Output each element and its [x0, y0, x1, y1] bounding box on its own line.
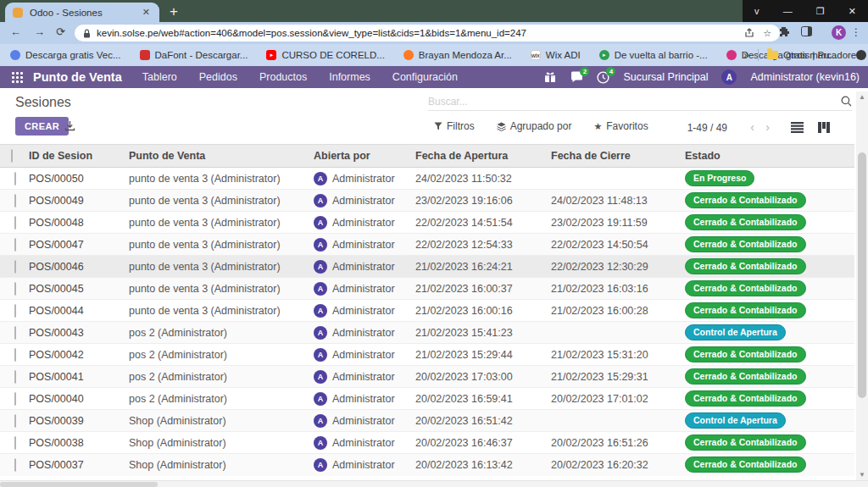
opened-by-cell: AAdministrator [310, 234, 412, 256]
browser-tab[interactable]: Odoo - Sesiones ✕ [5, 3, 159, 22]
row-checkbox[interactable] [14, 238, 16, 252]
navbar-menu-item[interactable]: Productos [259, 71, 307, 83]
other-bookmarks[interactable]: Otros marcadores [767, 50, 861, 60]
bookmarks-overflow-icon[interactable]: » [743, 49, 749, 61]
table-row[interactable]: POS/00044 punto de venta 3 (Administrato… [0, 300, 854, 322]
table-row[interactable]: POS/00047 punto de venta 3 (Administrato… [0, 234, 854, 256]
table-row[interactable]: POS/00041 pos 2 (Administrator) AAdminis… [0, 366, 854, 388]
export-icon[interactable] [64, 120, 75, 131]
row-checkbox[interactable] [14, 194, 16, 208]
company-switcher[interactable]: Sucursal Principal [623, 71, 708, 83]
minimize-icon[interactable]: — [783, 6, 793, 16]
table-row[interactable]: POS/00046 punto de venta 3 (Administrato… [0, 256, 854, 278]
row-checkbox[interactable] [14, 348, 16, 362]
close-date-cell: 21/02/2023 15:31:20 [548, 344, 682, 366]
apps-grid-icon[interactable] [12, 72, 23, 83]
kanban-view-button[interactable] [815, 119, 832, 136]
side-panel-icon[interactable] [801, 26, 812, 36]
restore-icon[interactable]: ❐ [816, 6, 825, 17]
select-all-checkbox[interactable] [11, 149, 13, 163]
bookmark-item[interactable]: wix Wix ADI [531, 50, 581, 60]
hscrollbar-thumb[interactable] [0, 482, 158, 487]
profile-avatar[interactable]: K [832, 25, 846, 40]
bookmark-item[interactable]: DaFont - Descargar... [140, 50, 248, 60]
favorites-button[interactable]: ★ Favoritos [593, 120, 648, 132]
open-date-cell: 20/02/2023 17:03:00 [412, 366, 548, 388]
horizontal-scrollbar[interactable] [0, 480, 868, 487]
extensions-icon[interactable] [779, 26, 790, 37]
navbar-menu-item[interactable]: Pedidos [199, 71, 237, 83]
row-checkbox[interactable] [14, 436, 16, 450]
url-bar[interactable]: kevin.solse.pe/web#action=406&model=pos.… [75, 25, 780, 42]
column-header[interactable]: Punto de Venta [125, 145, 310, 168]
column-header[interactable]: Estado [682, 145, 854, 168]
row-checkbox[interactable] [14, 370, 16, 384]
messages-icon[interactable]: 2 [570, 71, 583, 84]
navbar-menu-item[interactable]: Configuración [392, 71, 458, 83]
table-row[interactable]: POS/00045 punto de venta 3 (Administrato… [0, 278, 854, 300]
status-cell: Cerrado & Contabilizado [682, 234, 854, 256]
activities-clock-icon[interactable]: 4 [597, 71, 609, 84]
tab-close-icon[interactable]: ✕ [141, 7, 152, 18]
table-row[interactable]: POS/00039 Shop (Administrator) AAdminist… [0, 410, 854, 432]
share-icon[interactable] [744, 28, 754, 38]
scrollbar-thumb[interactable] [858, 152, 866, 398]
user-avatar: A [314, 260, 327, 274]
column-header[interactable]: Abierta por [310, 145, 412, 168]
navbar-menu-item[interactable]: Tablero [142, 71, 177, 83]
reload-icon[interactable]: ⟳ [56, 25, 65, 38]
app-name[interactable]: Punto de Venta [33, 70, 122, 84]
scroll-up-icon[interactable]: ▲ [859, 93, 865, 101]
column-header[interactable]: Fecha de Cierre [548, 145, 682, 168]
table-row[interactable]: POS/00043 pos 2 (Administrator) AAdminis… [0, 322, 854, 344]
status-cell: Cerrado & Contabilizado [682, 344, 854, 366]
create-button[interactable]: CREAR [15, 117, 69, 136]
user-avatar[interactable]: A [721, 69, 737, 85]
search-input[interactable] [428, 96, 841, 108]
pager-next-icon[interactable]: › [765, 120, 770, 134]
groupby-button[interactable]: Agrupado por [497, 120, 572, 132]
filters-button[interactable]: Filtros [434, 120, 475, 132]
bookmark-star-icon[interactable]: ☆ [763, 28, 771, 39]
bookmark-item[interactable]: ▸ De vuelta al barrio -... [599, 50, 708, 60]
table-row[interactable]: POS/00048 punto de venta 3 (Administrato… [0, 212, 854, 234]
bookmark-item[interactable]: ▸ CURSO DE CORELD... [266, 50, 384, 60]
table-row[interactable]: POS/00042 pos 2 (Administrator) AAdminis… [0, 344, 854, 366]
table-row[interactable]: POS/00049 punto de venta 3 (Administrato… [0, 190, 854, 212]
user-menu[interactable]: Administrator (kevin16) [750, 71, 860, 83]
row-checkbox[interactable] [14, 326, 16, 340]
pos-cell: Shop (Administrator) [125, 410, 310, 432]
search-icon[interactable] [841, 96, 852, 107]
row-checkbox[interactable] [14, 282, 16, 296]
table-header-row: ID de SesionPunto de VentaAbierta porFec… [0, 145, 854, 168]
navbar-menu-item[interactable]: Informes [329, 71, 370, 83]
pos-cell: punto de venta 3 (Administrator) [125, 190, 310, 212]
pos-cell: pos 2 (Administrator) [125, 322, 310, 344]
bookmark-item[interactable]: Brayan Mendoza Ar... [403, 50, 512, 60]
table-row[interactable]: POS/00037 Shop (Administrator) AAdminist… [0, 454, 854, 476]
bookmark-item[interactable]: Descarga gratis Vec... [10, 50, 121, 60]
close-icon[interactable]: ✕ [849, 6, 856, 17]
table-row[interactable]: POS/00038 Shop (Administrator) AAdminist… [0, 432, 854, 454]
row-checkbox[interactable] [14, 260, 16, 274]
browser-menu-icon[interactable]: ⋮ [851, 26, 861, 38]
window-menu-icon[interactable]: v [754, 6, 760, 16]
row-checkbox[interactable] [14, 458, 16, 472]
pager-prev-icon[interactable]: ‹ [750, 120, 754, 134]
scroll-down-icon[interactable]: ▼ [859, 471, 865, 479]
column-header[interactable]: Fecha de Apertura [412, 145, 548, 168]
table-row[interactable]: POS/00050 punto de venta 3 (Administrato… [0, 168, 854, 190]
row-checkbox[interactable] [14, 304, 16, 318]
row-checkbox[interactable] [14, 172, 16, 185]
column-header[interactable]: ID de Sesion [25, 145, 125, 168]
row-checkbox[interactable] [14, 216, 16, 230]
row-checkbox[interactable] [14, 392, 16, 406]
vertical-scrollbar[interactable]: ▲ ▼ [856, 91, 868, 480]
back-icon[interactable]: ← [10, 25, 21, 38]
row-checkbox[interactable] [14, 414, 16, 428]
gift-icon[interactable] [544, 71, 557, 84]
new-tab-button[interactable]: + [170, 3, 178, 21]
list-view-button[interactable] [788, 119, 805, 136]
forward-icon[interactable]: → [34, 25, 45, 38]
table-row[interactable]: POS/00040 pos 2 (Administrator) AAdminis… [0, 388, 854, 410]
